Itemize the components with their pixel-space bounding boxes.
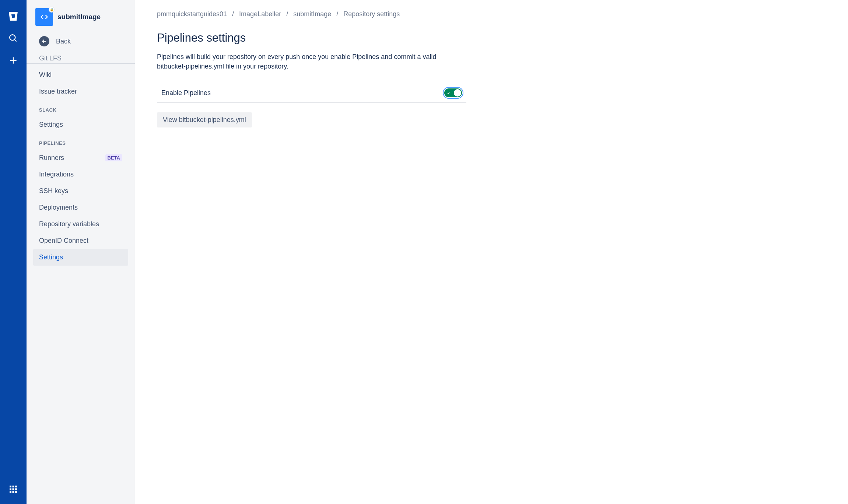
section-heading-slack: SLACK [33,100,128,116]
search-icon[interactable] [6,31,21,46]
back-button[interactable]: Back [27,32,135,53]
sidebar-item-integrations[interactable]: Integrations [33,166,128,183]
section-heading-pipelines: PIPELINES [33,133,128,150]
breadcrumb: pmmquickstartguides01 / ImageLabeller / … [157,10,826,18]
sidebar-item-repovariables[interactable]: Repository variables [33,216,128,232]
sidebar-scroll[interactable]: Git LFS Wiki Issue tracker SLACK Setting… [27,53,135,504]
check-icon: ✓ [447,90,451,96]
svg-rect-4 [10,486,11,487]
svg-rect-9 [15,489,17,490]
breadcrumb-item[interactable]: ImageLabeller [239,10,281,18]
sidebar-header: 🔒 submitImage [27,0,135,32]
breadcrumb-separator: / [232,10,234,18]
sidebar-item-label: Deployments [39,204,78,211]
svg-rect-11 [13,491,14,493]
svg-rect-12 [15,491,17,493]
sidebar-item-label: Repository variables [39,220,99,228]
svg-rect-8 [13,489,14,490]
sidebar-item-sshkeys[interactable]: SSH keys [33,183,128,199]
main-content: pmmquickstartguides01 / ImageLabeller / … [135,0,848,504]
app-switcher-icon[interactable] [6,482,21,497]
sidebar-item-gitlfs[interactable]: Git LFS [33,53,128,67]
back-arrow-icon [39,36,49,46]
sidebar-item-label: Settings [39,253,63,261]
breadcrumb-item[interactable]: Repository settings [343,10,400,18]
global-nav [0,0,27,504]
divider [27,63,135,64]
plus-icon[interactable] [6,53,21,68]
sidebar-item-slack-settings[interactable]: Settings [33,116,128,133]
svg-rect-10 [10,491,11,493]
sidebar-item-pipelines-settings[interactable]: Settings [33,249,128,266]
enable-pipelines-row: Enable Pipelines ✓ [157,83,466,103]
toggle-knob [454,89,461,97]
sidebar-item-label: OpenID Connect [39,237,88,245]
sidebar-item-issuetracker[interactable]: Issue tracker [33,83,128,100]
sidebar-item-label: Git LFS [39,55,62,62]
repo-name: submitImage [57,13,101,21]
view-pipelines-yml-button[interactable]: View bitbucket-pipelines.yml [157,112,252,127]
sidebar-item-label: SSH keys [39,187,68,195]
sidebar-item-runners[interactable]: Runners BETA [33,150,128,166]
sidebar-item-label: Runners [39,154,64,162]
sidebar-item-label: Integrations [39,171,74,178]
enable-pipelines-toggle[interactable]: ✓ [444,88,462,97]
breadcrumb-item[interactable]: pmmquickstartguides01 [157,10,227,18]
sidebar-item-label: Settings [39,121,63,129]
svg-rect-7 [10,489,11,490]
repo-avatar: 🔒 [35,8,53,26]
breadcrumb-separator: / [286,10,288,18]
beta-badge: BETA [105,154,122,161]
svg-rect-5 [13,486,14,487]
svg-point-0 [10,35,15,40]
svg-rect-6 [15,486,17,487]
page-description: Pipelines will build your repository on … [157,52,463,71]
lock-icon: 🔒 [49,7,55,13]
sidebar: 🔒 submitImage Back Git LFS Wiki Issue tr… [27,0,135,504]
sidebar-item-label: Wiki [39,71,52,79]
svg-line-1 [14,39,16,41]
sidebar-item-wiki[interactable]: Wiki [33,67,128,83]
sidebar-item-label: Issue tracker [39,88,77,95]
breadcrumb-item[interactable]: submitImage [293,10,331,18]
breadcrumb-separator: / [336,10,338,18]
bitbucket-logo-icon[interactable] [6,9,21,24]
page-title: Pipelines settings [157,31,466,45]
sidebar-item-openidconnect[interactable]: OpenID Connect [33,232,128,249]
back-label: Back [56,38,71,45]
sidebar-item-deployments[interactable]: Deployments [33,199,128,216]
toggle-label: Enable Pipelines [161,89,211,97]
